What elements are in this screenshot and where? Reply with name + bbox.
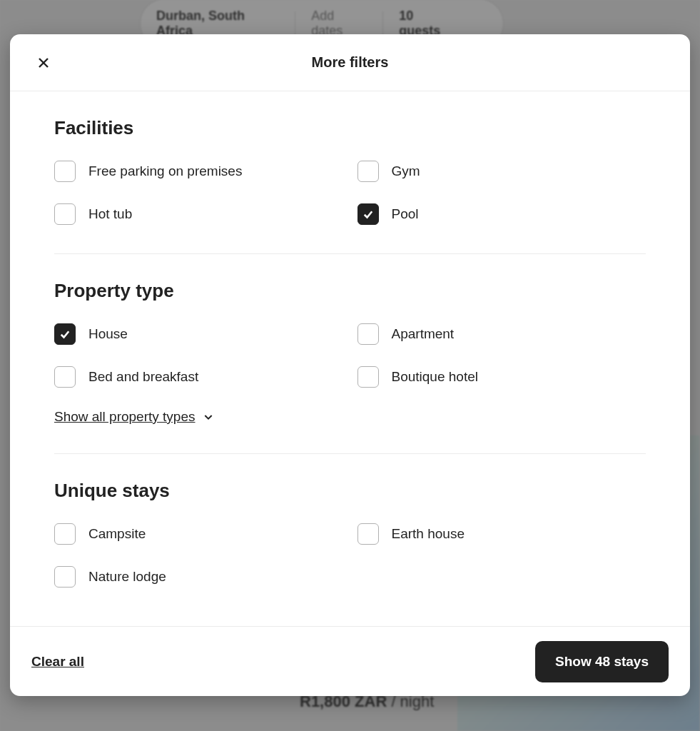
checkbox[interactable]: [357, 523, 379, 545]
clear-all-button[interactable]: Clear all: [31, 654, 84, 670]
option-boutique-hotel[interactable]: Boutique hotel: [357, 366, 646, 388]
option-free-parking[interactable]: Free parking on premises: [54, 161, 343, 182]
checkbox[interactable]: [54, 161, 76, 182]
option-label: House: [88, 326, 128, 342]
modal-header: More filters: [10, 34, 690, 91]
modal-body: Facilities Free parking on premises Gym …: [10, 91, 690, 626]
option-house[interactable]: House: [54, 323, 343, 345]
checkbox[interactable]: [54, 566, 76, 588]
section-unique-stays: Unique stays Campsite Earth house Nature…: [54, 454, 646, 616]
checkbox[interactable]: [357, 161, 379, 182]
checkbox[interactable]: [357, 366, 379, 388]
section-property-type: Property type House Apartment Bed and br…: [54, 254, 646, 454]
close-icon: [37, 56, 50, 69]
show-all-property-types[interactable]: Show all property types: [54, 409, 214, 425]
checkbox[interactable]: [357, 323, 379, 345]
option-earth-house[interactable]: Earth house: [357, 523, 646, 545]
section-facilities: Facilities Free parking on premises Gym …: [54, 91, 646, 254]
option-label: Nature lodge: [88, 569, 166, 585]
modal-footer: Clear all Show 48 stays: [10, 626, 690, 696]
show-all-label: Show all property types: [54, 409, 196, 425]
option-label: Gym: [392, 163, 420, 179]
option-nature-lodge[interactable]: Nature lodge: [54, 566, 343, 588]
checkbox[interactable]: [54, 366, 76, 388]
checkbox[interactable]: [54, 203, 76, 225]
modal-title: More filters: [312, 54, 389, 71]
option-label: Earth house: [392, 526, 465, 542]
option-label: Campsite: [88, 526, 146, 542]
section-title-unique-stays: Unique stays: [54, 480, 646, 502]
checkbox[interactable]: [54, 323, 76, 345]
option-label: Apartment: [392, 326, 455, 342]
option-label: Pool: [392, 206, 419, 222]
close-button[interactable]: [31, 51, 56, 75]
option-apartment[interactable]: Apartment: [357, 323, 646, 345]
option-label: Bed and breakfast: [88, 369, 198, 385]
show-stays-button[interactable]: Show 48 stays: [535, 641, 669, 682]
chevron-down-icon: [203, 411, 214, 423]
option-bed-and-breakfast[interactable]: Bed and breakfast: [54, 366, 343, 388]
option-label: Boutique hotel: [392, 369, 479, 385]
option-hot-tub[interactable]: Hot tub: [54, 203, 343, 225]
checkbox[interactable]: [357, 203, 379, 225]
option-label: Free parking on premises: [88, 163, 242, 179]
option-label: Hot tub: [88, 206, 132, 222]
more-filters-modal: More filters Facilities Free parking on …: [10, 34, 690, 696]
checkbox[interactable]: [54, 523, 76, 545]
option-campsite[interactable]: Campsite: [54, 523, 343, 545]
option-gym[interactable]: Gym: [357, 161, 646, 182]
section-title-facilities: Facilities: [54, 117, 646, 139]
section-title-property-type: Property type: [54, 280, 646, 302]
option-pool[interactable]: Pool: [357, 203, 646, 225]
